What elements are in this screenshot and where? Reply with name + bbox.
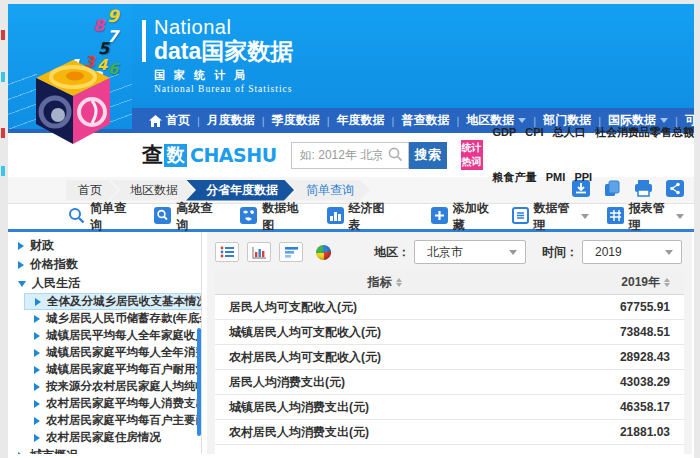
triangle-right-icon <box>18 452 24 455</box>
time-dropdown-value: 2019 <box>595 245 662 259</box>
nav-label: 月度数据 <box>207 112 255 129</box>
sidebar-item-price-index[interactable]: 价格指数 <box>8 255 201 274</box>
triangle-right-icon <box>34 434 40 442</box>
main-panel: 地区： 北京市 时间： 2019 指标 <box>207 232 692 454</box>
site-subtitle-cn: 国家统计局 <box>154 68 293 83</box>
list-view-button[interactable] <box>215 242 239 262</box>
nav-item-quarterly[interactable]: 季度数据 <box>265 112 327 129</box>
sidebar-item-finance[interactable]: 财政 <box>8 236 201 255</box>
falling-number: 8 <box>93 16 104 35</box>
hot-words-line1[interactable]: GDP CPI 总人口 社会消费品零售总额 <box>493 125 694 140</box>
table-header-row: 指标 2019年 <box>215 271 684 295</box>
add-favorite-label: 添加收藏 <box>453 200 494 234</box>
value-cell: 43038.29 <box>554 375 684 389</box>
simple-query-button[interactable]: 简单查询 <box>68 200 132 234</box>
value-cell: 67755.91 <box>554 300 684 314</box>
sort-icon[interactable] <box>396 278 402 287</box>
sidebar-label: 城乡居民人民币储蓄存款(年底余额) <box>46 311 201 326</box>
sidebar-label: 财政 <box>30 237 54 254</box>
sidebar-subitem-rural-net-income[interactable]: 按来源分农村居民家庭人均纯收入 <box>8 378 201 395</box>
hbar-chart-view-button[interactable] <box>279 242 303 262</box>
table-row[interactable]: 城镇居民人均消费支出(元) 46358.17 <box>215 395 684 420</box>
region-dropdown-value: 北京市 <box>427 244 506 261</box>
bar-chart-view-icon <box>252 246 267 259</box>
sidebar-subitem-rural-housing[interactable]: 农村居民家庭住房情况 <box>8 429 201 446</box>
data-map-button[interactable]: 数据地图 <box>240 200 304 234</box>
nav-label: 普查数据 <box>401 112 449 129</box>
year-header-label: 2019年 <box>621 274 660 291</box>
sidebar-label: 价格指数 <box>30 256 78 273</box>
table-row[interactable]: 农村居民人均消费支出(元) 21881.03 <box>215 420 684 445</box>
economic-charts-button[interactable]: 经济图表 <box>327 200 391 234</box>
nav-item-annual[interactable]: 年度数据 <box>330 112 392 129</box>
sidebar-label: 城镇居民平均每人全年家庭收入来源 <box>46 328 201 343</box>
sidebar-label: 人民生活 <box>32 275 80 292</box>
indicator-cell: 城镇居民人均可支配收入(元) <box>215 324 554 341</box>
breadcrumb-regional-data[interactable]: 地区数据 <box>110 180 194 201</box>
sidebar-label: 城市概况 <box>30 447 78 454</box>
table-body: 居民人均可支配收入(元) 67755.91 城镇居民人均可支配收入(元) 738… <box>215 295 684 454</box>
hot-badge-line2: 热词 <box>461 155 483 169</box>
chashu-logo-cha: 查 <box>142 141 163 169</box>
sidebar-subitem-urban-durables[interactable]: 城镇居民家庭平均每百户耐用消费品拥有 <box>8 361 201 378</box>
time-filter-label: 时间： <box>542 244 578 261</box>
indicator-sidebar: 财政 价格指数 人民生活 全体及分城乡居民收支基本情况(新口径) 城乡居民人民币… <box>8 232 202 454</box>
plus-icon <box>431 207 448 227</box>
year-column-header: 2019年 <box>554 274 684 291</box>
nav-item-census[interactable]: 普查数据 <box>394 112 456 129</box>
triangle-right-icon <box>18 242 24 250</box>
search-button[interactable]: 搜索 <box>409 142 446 169</box>
sidebar-item-city-overview[interactable]: 城市概况 <box>8 446 201 454</box>
site-title-en-1: National <box>154 17 293 38</box>
time-dropdown[interactable]: 2019 <box>582 240 682 264</box>
chart-icon <box>327 207 344 227</box>
sidebar-scrollbar[interactable] <box>197 328 201 436</box>
value-cell: 73848.51 <box>554 325 684 339</box>
table-row[interactable]: 居民人均消费支出(元) 43038.29 <box>215 370 684 395</box>
simple-query-label: 简单查询 <box>90 200 132 234</box>
falling-number: 9 <box>107 6 119 26</box>
advanced-query-button[interactable]: 高级查询 <box>154 200 218 234</box>
value-cell: 46358.17 <box>554 400 684 414</box>
nav-item-monthly[interactable]: 月度数据 <box>200 112 262 129</box>
content-area: 财政 价格指数 人民生活 全体及分城乡居民收支基本情况(新口径) 城乡居民人民币… <box>8 232 694 454</box>
search-icon <box>388 147 403 166</box>
data-table: 指标 2019年 居民人均可支配收入(元) 67755.91 城镇居民人均可支配… <box>215 271 684 454</box>
sidebar-subitem-rural-consumption[interactable]: 农村居民家庭平均每人消费支出 <box>8 395 201 412</box>
site-title: National data国家数据 国家统计局 National Bureau … <box>142 17 293 94</box>
triangle-right-icon <box>34 400 40 408</box>
sidebar-subitem-income-expenditure-overview[interactable]: 全体及分城乡居民收支基本情况(新口径) <box>24 293 202 310</box>
breadcrumb-provincial-annual[interactable]: 分省年度数据 <box>186 180 294 201</box>
add-favorite-button[interactable]: 添加收藏 <box>431 200 494 234</box>
triangle-right-icon <box>35 298 41 306</box>
table-row[interactable]: 农村居民人均可支配收入(元) 28928.43 <box>215 345 684 370</box>
sidebar-subitem-rural-durables[interactable]: 农村居民家庭平均每百户主要耐用消费品 <box>8 412 201 429</box>
search-filled-icon <box>154 207 171 227</box>
indicator-cell: 农村居民人均可支配收入(元) <box>215 349 554 366</box>
window-edge-mark <box>1 72 5 82</box>
sidebar-item-people-livelihood[interactable]: 人民生活 <box>8 274 201 293</box>
table-row[interactable]: 城镇居民人均可支配收入(元) 73848.51 <box>215 320 684 345</box>
table-row[interactable]: 居民人均可支配收入(元) 67755.91 <box>215 295 684 320</box>
breadcrumb-home[interactable]: 首页 <box>66 180 118 201</box>
bar-chart-view-button[interactable] <box>247 242 271 262</box>
hbar-chart-view-icon <box>284 246 299 258</box>
chevron-down-icon <box>509 250 517 255</box>
sidebar-label: 城镇居民家庭平均每人全年消费性支出 <box>46 345 201 360</box>
nav-item-home[interactable]: 首页 <box>142 112 197 129</box>
pie-chart-view-button[interactable] <box>311 242 335 262</box>
sidebar-label: 城镇居民家庭平均每百户耐用消费品拥有 <box>46 362 201 377</box>
triangle-right-icon <box>34 349 40 357</box>
sidebar-subitem-savings-deposit[interactable]: 城乡居民人民币储蓄存款(年底余额) <box>8 310 201 327</box>
sidebar-label: 农村居民家庭平均每百户主要耐用消费品 <box>46 413 201 428</box>
nav-label: 首页 <box>166 112 190 129</box>
sidebar-subitem-urban-income-source[interactable]: 城镇居民平均每人全年家庭收入来源 <box>8 327 201 344</box>
hot-words-line2[interactable]: 粮食产量 PMI PPI <box>493 170 694 185</box>
region-dropdown[interactable]: 北京市 <box>414 240 526 264</box>
nav-label: 年度数据 <box>337 112 385 129</box>
sidebar-subitem-urban-consumption[interactable]: 城镇居民家庭平均每人全年消费性支出 <box>8 344 201 361</box>
window-edge-mark <box>1 128 5 138</box>
sort-icon[interactable] <box>664 278 670 287</box>
triangle-right-icon <box>34 417 40 425</box>
breadcrumb-simple-query[interactable]: 简单查询 <box>286 180 370 201</box>
